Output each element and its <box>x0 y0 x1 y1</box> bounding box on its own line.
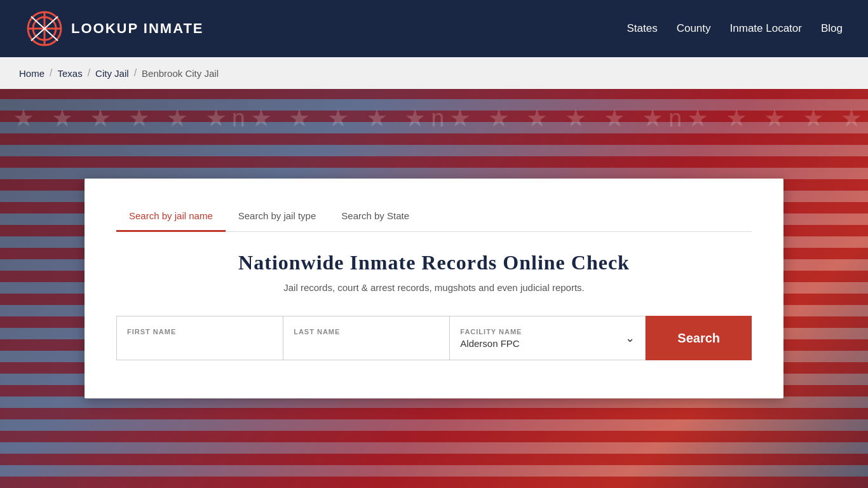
first-name-field: FIRST NAME <box>116 316 283 360</box>
card-subtitle: Jail records, court & arrest records, mu… <box>116 282 752 293</box>
tab-state[interactable]: Search by State <box>329 204 422 232</box>
facility-label: FACILITY NAME <box>460 328 522 336</box>
main-nav: States County Inmate Locator Blog <box>627 22 843 35</box>
facility-value: Alderson FPC <box>460 338 522 349</box>
first-name-input[interactable] <box>127 338 273 349</box>
last-name-label: LAST NAME <box>294 328 439 336</box>
nav-states[interactable]: States <box>627 22 657 35</box>
breadcrumb-sep-1: / <box>50 67 52 79</box>
hero-section: Search by jail name Search by jail type … <box>0 89 868 488</box>
breadcrumb-sep-3: / <box>134 67 137 79</box>
search-button[interactable]: Search <box>646 316 752 360</box>
facility-dropdown[interactable]: FACILITY NAME Alderson FPC ⌄ <box>450 316 646 360</box>
search-card: Search by jail name Search by jail type … <box>85 179 783 398</box>
breadcrumb-current: Benbrook City Jail <box>142 68 219 79</box>
breadcrumb-texas[interactable]: Texas <box>57 68 82 79</box>
nav-county[interactable]: County <box>677 22 711 35</box>
search-tabs: Search by jail name Search by jail type … <box>116 204 752 232</box>
last-name-field: LAST NAME <box>283 316 450 360</box>
logo-area: LOOKUP INMATE <box>25 10 204 48</box>
breadcrumb-home[interactable]: Home <box>19 68 44 79</box>
first-name-label: FIRST NAME <box>127 328 273 336</box>
breadcrumb-sep-2: / <box>88 67 90 79</box>
search-form: FIRST NAME LAST NAME FACILITY NAME Alder… <box>116 316 752 360</box>
header: LOOKUP INMATE States County Inmate Locat… <box>0 0 868 57</box>
breadcrumb-city-jail[interactable]: City Jail <box>95 68 129 79</box>
tab-jail-name[interactable]: Search by jail name <box>116 204 226 232</box>
tab-jail-type[interactable]: Search by jail type <box>226 204 329 232</box>
card-title: Nationwide Inmate Records Online Check <box>116 251 752 274</box>
logo-text: LOOKUP INMATE <box>71 20 204 37</box>
facility-inner: FACILITY NAME Alderson FPC <box>460 328 522 349</box>
chevron-down-icon: ⌄ <box>625 331 635 345</box>
nav-blog[interactable]: Blog <box>821 22 843 35</box>
logo-icon <box>25 10 64 48</box>
breadcrumb: Home / Texas / City Jail / Benbrook City… <box>0 57 868 89</box>
last-name-input[interactable] <box>294 338 439 349</box>
nav-inmate-locator[interactable]: Inmate Locator <box>730 22 802 35</box>
